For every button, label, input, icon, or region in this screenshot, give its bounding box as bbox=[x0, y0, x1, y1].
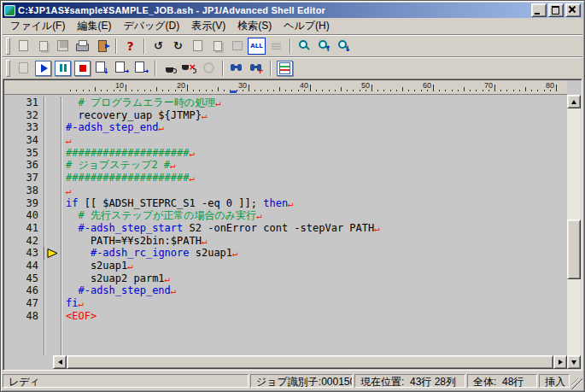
editor-line-44[interactable]: 44 s2uap1↵ bbox=[4, 260, 567, 272]
menu-help[interactable]: ヘルプ(H) bbox=[278, 17, 336, 35]
search-down-button[interactable]: ↓ bbox=[334, 37, 354, 55]
help-button[interactable]: ? bbox=[120, 37, 140, 55]
editor-line-38[interactable]: 38↵ bbox=[4, 184, 567, 197]
variable-list-button[interactable] bbox=[275, 59, 295, 77]
editor-line-36[interactable]: 36# ジョブステップ2 #↵ bbox=[4, 159, 567, 172]
horizontal-scroll-thumb[interactable] bbox=[67, 355, 553, 369]
toolbar-grip[interactable] bbox=[6, 38, 10, 55]
search-button[interactable] bbox=[295, 37, 314, 55]
line-margin[interactable] bbox=[44, 159, 61, 172]
editor-line-42[interactable]: 42 PATH=¥¥s2bin:$PATH↵ bbox=[4, 235, 567, 248]
menu-file[interactable]: ファイル(F) bbox=[4, 17, 71, 35]
editor-line-40[interactable]: 40 # 先行ステップが正常の場合のみ実行↵ bbox=[4, 209, 567, 222]
scroll-right-button[interactable] bbox=[553, 355, 567, 369]
line-margin[interactable] bbox=[44, 97, 61, 109]
watch-add-button[interactable]: + bbox=[247, 59, 266, 77]
ruler-tick bbox=[470, 90, 471, 91]
ruler-tick bbox=[187, 85, 188, 91]
editor-line-32[interactable]: 32 recovery_uap ${JTMP}↵ bbox=[4, 109, 567, 122]
line-margin[interactable] bbox=[44, 222, 61, 235]
line-number: 43 bbox=[4, 247, 44, 260]
code-rows[interactable]: 31 # プログラムエラー時の処理↵32 recovery_uap ${JTMP… bbox=[4, 95, 567, 355]
search-all-button[interactable]: ALL bbox=[247, 37, 266, 55]
line-margin[interactable] bbox=[44, 197, 61, 210]
horizontal-scroll-track[interactable] bbox=[67, 355, 553, 369]
menu-search[interactable]: 検索(S) bbox=[231, 17, 278, 35]
line-margin[interactable] bbox=[44, 134, 61, 147]
scroll-down-button[interactable] bbox=[567, 355, 581, 369]
line-margin[interactable] bbox=[44, 272, 61, 285]
ruler-tick bbox=[120, 90, 120, 91]
horizontal-scrollbar[interactable] bbox=[53, 355, 567, 369]
reload-button[interactable]: ↺ bbox=[149, 37, 168, 55]
line-margin[interactable] bbox=[44, 260, 61, 272]
line-margin[interactable] bbox=[44, 172, 61, 184]
breakpoint-clear-button[interactable]: × bbox=[179, 59, 199, 77]
line-margin[interactable] bbox=[44, 184, 61, 197]
editor-line-31[interactable]: 31 # プログラムエラー時の処理↵ bbox=[4, 97, 567, 109]
editor-line-46[interactable]: 46 #-adsh_step_end↵ bbox=[4, 284, 567, 297]
line-number: 35 bbox=[4, 147, 44, 160]
search-up-button[interactable]: ↑ bbox=[314, 37, 334, 55]
breakpoint-cup-icon bbox=[162, 61, 177, 75]
close-button[interactable] bbox=[565, 3, 581, 17]
editor-line-34[interactable]: 34↵ bbox=[4, 134, 567, 147]
step-into-button[interactable]: ↓ bbox=[92, 59, 112, 77]
line-margin[interactable] bbox=[44, 235, 61, 248]
vertical-scrollbar[interactable] bbox=[567, 95, 581, 369]
editor-area: 1020304050607080 31 # プログラムエラー時の処理↵32 re… bbox=[3, 79, 582, 371]
line-text: if [[ $ADSH_STEPRC_S1 -eq 0 ]]; then↵ bbox=[61, 197, 294, 210]
editor-line-37[interactable]: 37####################↵ bbox=[4, 172, 567, 184]
line-margin[interactable] bbox=[44, 147, 61, 160]
editor-line-39[interactable]: 39if [[ $ADSH_STEPRC_S1 -eq 0 ]]; then↵ bbox=[4, 197, 567, 210]
exit-button[interactable] bbox=[92, 37, 112, 55]
stop-button[interactable] bbox=[73, 59, 92, 77]
toolbar-separator bbox=[155, 61, 156, 76]
menu-edit[interactable]: 編集(E) bbox=[71, 17, 117, 35]
print-button[interactable] bbox=[73, 37, 92, 55]
step-over-button[interactable]: ↪ bbox=[112, 59, 132, 77]
ruler-tick bbox=[175, 90, 176, 91]
run-button[interactable] bbox=[33, 59, 53, 77]
rerun-button[interactable]: ↻ bbox=[168, 37, 188, 55]
ruler-number: 30 bbox=[234, 81, 247, 90]
line-margin[interactable] bbox=[44, 121, 61, 134]
ruler-tick bbox=[137, 90, 138, 91]
line-margin[interactable] bbox=[44, 247, 61, 260]
menu-view[interactable]: 表示(V) bbox=[185, 17, 231, 35]
line-number: 42 bbox=[4, 235, 44, 248]
pause-button[interactable] bbox=[53, 59, 73, 77]
line-margin[interactable] bbox=[44, 209, 61, 222]
toolbar-grip[interactable] bbox=[6, 60, 10, 77]
editor-line-43[interactable]: 43 #-adsh_rc_ignore s2uap1↵ bbox=[4, 247, 567, 260]
minimize-button[interactable] bbox=[531, 3, 547, 17]
editor-line-48[interactable]: 48<EOF> bbox=[4, 310, 567, 323]
linefeed-mark: ↵ bbox=[232, 248, 238, 259]
line-margin[interactable] bbox=[44, 284, 61, 297]
scroll-left-button[interactable] bbox=[53, 355, 67, 369]
editor-blank-area[interactable] bbox=[4, 322, 567, 355]
scroll-up-button[interactable] bbox=[567, 95, 581, 108]
title-bar[interactable]: C:¥JP1AS¥sample¥SAMPLE_JOB.ash - JP1/Adv… bbox=[3, 3, 582, 18]
linefeed-mark: ↵ bbox=[202, 110, 208, 121]
editor-line-41[interactable]: 41 #-adsh_step_start S2 -onError cont -s… bbox=[4, 222, 567, 235]
maximize-button[interactable] bbox=[548, 3, 564, 17]
editor-line-35[interactable]: 35####################↵ bbox=[4, 147, 567, 160]
line-margin[interactable] bbox=[44, 297, 61, 310]
vertical-scroll-thumb[interactable] bbox=[567, 219, 581, 279]
line-margin[interactable] bbox=[44, 109, 61, 122]
toolbar-separator bbox=[270, 61, 272, 76]
new-file-icon bbox=[16, 39, 31, 53]
editor-line-47[interactable]: 47fi↵ bbox=[4, 297, 567, 310]
line-number: 38 bbox=[4, 184, 44, 197]
breakpoint-set-button[interactable] bbox=[160, 59, 179, 77]
resize-grip[interactable] bbox=[571, 378, 582, 389]
step-return-button[interactable]: → bbox=[132, 59, 151, 77]
vertical-scroll-track[interactable] bbox=[567, 108, 581, 355]
line-margin[interactable] bbox=[44, 310, 61, 323]
editor-line-45[interactable]: 45 s2uap2 parm1↵ bbox=[4, 272, 567, 285]
menu-debug[interactable]: デバッグ(D) bbox=[117, 17, 185, 35]
watch-button[interactable] bbox=[227, 59, 247, 77]
editor-line-33[interactable]: 33#-adsh_step_end↵ bbox=[4, 121, 567, 134]
ruler-tick bbox=[476, 90, 477, 91]
